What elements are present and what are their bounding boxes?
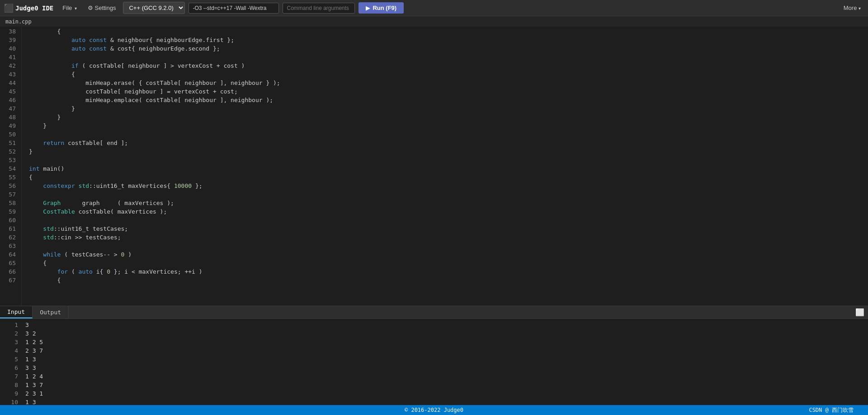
code-line: { — [29, 70, 868, 79]
input-line-number: 4 — [5, 346, 18, 355]
code-line — [29, 216, 868, 224]
expand-panel-button[interactable]: ⬜ — [852, 308, 868, 317]
logo: ⬛ Judge0 IDE — [4, 3, 53, 13]
editor-container: 3839404142434445464748495051525354555657… — [0, 27, 868, 306]
input-tab[interactable]: Input — [0, 306, 33, 318]
compiler-flags-input[interactable] — [189, 3, 279, 14]
input-line-number: 9 — [5, 389, 18, 398]
file-tab: main.cpp — [0, 16, 868, 27]
line-numbers: 3839404142434445464748495051525354555657… — [0, 27, 22, 306]
code-line: } — [29, 147, 868, 156]
input-line-number: 2 — [5, 329, 18, 338]
line-number: 64 — [4, 250, 16, 259]
line-number: 51 — [4, 139, 16, 147]
code-line: } — [29, 104, 868, 113]
footer: © 2016-2022 Judge0 CSDN @ 西门吹雪 — [0, 405, 868, 415]
line-number: 65 — [4, 259, 16, 267]
line-number: 42 — [4, 61, 16, 70]
line-number: 47 — [4, 104, 16, 113]
input-line-value: 2 3 7 — [25, 346, 43, 355]
input-line: 31 2 5 — [5, 338, 863, 346]
bottom-panel: Input Output ⬜ 1323 231 2 542 3 751 363 … — [0, 306, 868, 405]
code-line — [29, 156, 868, 164]
output-tab[interactable]: Output — [33, 306, 69, 318]
input-line-value: 1 3 7 — [25, 381, 43, 389]
input-line-number: 10 — [5, 398, 18, 405]
line-number: 49 — [4, 121, 16, 130]
input-line-value: 2 3 1 — [25, 389, 43, 398]
code-content[interactable]: { auto const & neighbour{ neighbourEdge.… — [22, 27, 868, 306]
input-line-value: 1 3 — [25, 355, 36, 364]
code-line: return costTable[ end ]; — [29, 139, 868, 147]
line-number: 48 — [4, 113, 16, 121]
code-line: } — [29, 113, 868, 121]
code-line: { — [29, 259, 868, 267]
line-number: 45 — [4, 87, 16, 96]
more-button[interactable]: More ▾ — [840, 3, 864, 13]
code-line: if ( costTable[ neighbour ] > vertexCost… — [29, 61, 868, 70]
input-line-number: 1 — [5, 321, 18, 329]
line-number: 66 — [4, 267, 16, 276]
code-editor[interactable]: 3839404142434445464748495051525354555657… — [0, 27, 868, 306]
language-select[interactable]: C++ (GCC 9.2.0) — [123, 2, 185, 14]
input-line-value: 1 3 — [25, 398, 36, 405]
input-panel[interactable]: 1323 231 2 542 3 751 363 371 2 481 3 792… — [0, 319, 868, 405]
line-number: 59 — [4, 207, 16, 216]
input-line: 23 2 — [5, 329, 863, 338]
run-arrow-icon: ▶ — [366, 5, 370, 11]
input-line-value: 3 2 — [25, 329, 36, 338]
input-line-number: 7 — [5, 372, 18, 381]
line-number: 39 — [4, 36, 16, 44]
settings-button[interactable]: ⚙ Settings — [84, 3, 120, 13]
line-number: 44 — [4, 79, 16, 87]
code-line — [29, 130, 868, 139]
code-line: constexpr std::uint16_t maxVertices{ 100… — [29, 182, 868, 190]
line-number: 67 — [4, 276, 16, 284]
panel-content: 1323 231 2 542 3 751 363 371 2 481 3 792… — [0, 319, 868, 405]
line-number: 38 — [4, 27, 16, 36]
code-line: { — [29, 27, 868, 36]
line-number: 40 — [4, 44, 16, 53]
input-line-number: 8 — [5, 381, 18, 389]
code-line: minHeap.emplace( costTable[ neighbour ],… — [29, 96, 868, 104]
code-line: { — [29, 173, 868, 182]
line-number: 58 — [4, 199, 16, 207]
line-number: 54 — [4, 164, 16, 173]
code-line: auto const & cost{ neighbourEdge.second … — [29, 44, 868, 53]
line-number: 55 — [4, 173, 16, 182]
input-line: 81 3 7 — [5, 381, 863, 389]
file-menu-button[interactable]: File ▾ — [59, 3, 80, 13]
topbar: ⬛ Judge0 IDE File ▾ ⚙ Settings C++ (GCC … — [0, 0, 868, 16]
code-line — [29, 53, 868, 61]
line-number: 46 — [4, 96, 16, 104]
panel-tabs: Input Output ⬜ — [0, 306, 868, 319]
code-line: std::cin >> testCases; — [29, 233, 868, 242]
code-line: std::uint16_t testCases; — [29, 224, 868, 233]
code-line — [29, 242, 868, 250]
input-line: 63 3 — [5, 364, 863, 372]
code-line: while ( testCases-- > 0 ) — [29, 250, 868, 259]
input-line-number: 3 — [5, 338, 18, 346]
code-line — [29, 190, 868, 199]
line-number: 57 — [4, 190, 16, 199]
input-line-number: 6 — [5, 364, 18, 372]
code-line: Graph graph ( maxVertices ); — [29, 199, 868, 207]
input-line-value: 3 — [25, 321, 29, 329]
input-line: 71 2 4 — [5, 372, 863, 381]
code-line: auto const & neighbour{ neighbourEdge.fi… — [29, 36, 868, 44]
input-line-value: 1 2 5 — [25, 338, 43, 346]
line-number: 63 — [4, 242, 16, 250]
line-number: 53 — [4, 156, 16, 164]
line-number: 62 — [4, 233, 16, 242]
code-line: } — [29, 121, 868, 130]
logo-text: Judge0 IDE — [15, 5, 53, 12]
input-line: 101 3 — [5, 398, 863, 405]
input-line: 51 3 — [5, 355, 863, 364]
command-args-input[interactable] — [283, 3, 355, 14]
code-line: for ( auto i{ 0 }; i < maxVertices; ++i … — [29, 267, 868, 276]
logo-icon: ⬛ — [4, 3, 14, 13]
line-number: 50 — [4, 130, 16, 139]
line-number: 60 — [4, 216, 16, 224]
input-line-value: 1 2 4 — [25, 372, 43, 381]
run-button[interactable]: ▶ Run (F9) — [359, 2, 404, 14]
